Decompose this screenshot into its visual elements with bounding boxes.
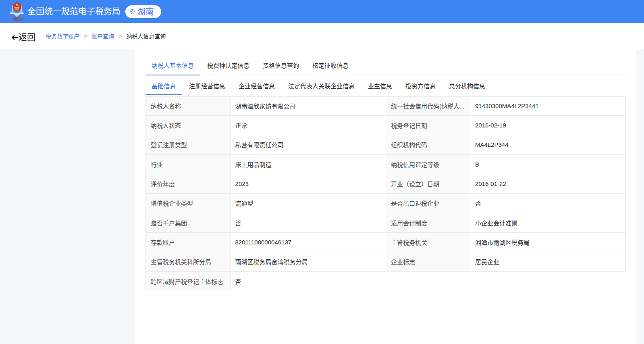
svg-text:中国税务: 中国税务: [11, 17, 24, 21]
